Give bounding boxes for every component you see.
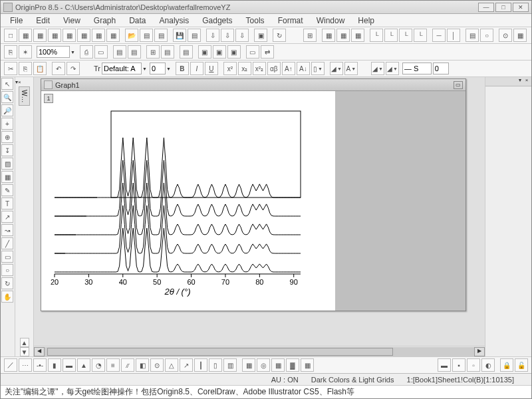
draw-data-tool[interactable]: ✎ — [1, 184, 13, 196]
new-function-button[interactable]: ▦ — [106, 29, 120, 42]
arrow-tool[interactable]: ↗ — [1, 211, 13, 223]
screen-reader-tool[interactable]: + — [1, 118, 13, 130]
script-button[interactable]: ▤ — [128, 45, 141, 59]
add-error-button[interactable]: ▣ — [227, 45, 241, 59]
add-plot-button[interactable]: ▣ — [213, 45, 226, 59]
status-theme[interactable]: Dark Colors & Light Grids — [311, 376, 394, 384]
supersub-button[interactable]: x²₂ — [253, 62, 266, 75]
mask-range-button[interactable]: ▬ — [438, 358, 451, 372]
status-dataset[interactable]: 1:[Book1]Sheet1!Col(B)[1:10135] — [407, 376, 514, 384]
new-workbook-button[interactable]: ▦ — [19, 29, 32, 42]
3d-plot-button[interactable]: ◧ — [136, 358, 149, 372]
xy-scale-button[interactable]: ▦ — [513, 29, 527, 42]
curved-arrow-tool[interactable]: ↝ — [1, 224, 13, 236]
line-pattern-button[interactable]: ◢▼ — [386, 62, 399, 75]
data-reader-tool[interactable]: ⊕ — [1, 131, 13, 143]
fill-pattern-button[interactable]: ◢▼ — [371, 62, 384, 75]
ternary-plot-button[interactable]: △ — [165, 358, 178, 372]
pan-tool[interactable]: ✋ — [1, 291, 13, 303]
duplicate-button[interactable]: ⎘ — [4, 45, 17, 59]
scrollbar-thumb[interactable] — [47, 348, 393, 356]
undo-button[interactable]: ↶ — [52, 62, 65, 75]
right-dock-pin-icon[interactable]: ▾ — [517, 77, 523, 86]
column-plot-button[interactable]: ▮ — [48, 358, 61, 372]
copy-button[interactable]: ⎘ — [19, 62, 32, 75]
add-right-axis-button[interactable]: │ — [447, 29, 460, 42]
menu-help[interactable]: Help — [351, 15, 381, 27]
menu-format[interactable]: Format — [271, 15, 310, 27]
box-plot-button[interactable]: ▯ — [209, 358, 222, 372]
pointer-tool[interactable]: ↖ — [1, 78, 13, 90]
workspace-scrollbar[interactable]: ◀ ▶ — [34, 346, 485, 356]
waterfall-plot-button[interactable]: ⫽ — [121, 358, 134, 372]
print-button[interactable]: ⎙ — [80, 45, 93, 59]
mask-tool[interactable]: ▨ — [1, 158, 13, 170]
polar-plot-button[interactable]: ⊙ — [150, 358, 164, 372]
layout-tool-3[interactable]: └ — [399, 29, 412, 42]
dock-scroll-down[interactable]: ▼ — [20, 347, 29, 356]
dock-scroll-up[interactable]: ▲ — [20, 338, 29, 347]
project-explorer-tab[interactable]: W… — [19, 86, 30, 106]
area-plot-button[interactable]: ▲ — [77, 358, 90, 372]
greek-button[interactable]: αβ — [267, 62, 281, 75]
superscript-button[interactable]: x² — [223, 62, 237, 75]
cut-button[interactable]: ✂ — [4, 62, 17, 75]
merge-button[interactable]: ▦ — [351, 29, 364, 42]
menu-file[interactable]: File — [3, 15, 29, 27]
slideshow-button[interactable]: ▭ — [94, 45, 108, 59]
menu-view[interactable]: View — [57, 15, 87, 27]
menu-tools[interactable]: Tools — [239, 15, 271, 27]
scroll-right-button[interactable]: ▶ — [474, 347, 485, 356]
results-log-button[interactable]: ▤ — [161, 45, 174, 59]
right-dock-close-icon[interactable]: × — [523, 77, 530, 86]
rescale-button[interactable]: ⊞ — [303, 29, 317, 42]
menu-analysis[interactable]: Analysis — [153, 15, 196, 27]
graph-page[interactable]: 1 2030405060708090 2θ / (°) — [41, 91, 334, 311]
open-button[interactable]: 📂 — [125, 29, 138, 42]
fit-page-button[interactable]: ▭ — [246, 45, 259, 59]
line-plot-button[interactable]: ／ — [4, 358, 17, 372]
circle-tool[interactable]: ○ — [1, 264, 13, 276]
codebuilder-button[interactable]: ▤ — [113, 45, 126, 59]
import-multiple-button[interactable]: ⇩ — [235, 29, 249, 42]
text-tool[interactable]: T — [1, 198, 13, 209]
new-graph-button[interactable]: ▦ — [48, 29, 61, 42]
data-selector-tool[interactable]: ↧ — [1, 144, 13, 156]
region-tool[interactable]: ▦ — [1, 171, 13, 183]
import-wizard-button[interactable]: ⇩ — [206, 29, 219, 42]
import-ascii-button[interactable]: ⇩ — [221, 29, 234, 42]
extract-layers-button[interactable]: ▦ — [336, 29, 350, 42]
layout-tool-1[interactable]: └ — [370, 29, 383, 42]
layer-button[interactable]: ▣ — [198, 45, 211, 59]
decrease-font-button[interactable]: A↓ — [297, 62, 310, 75]
contour-plot-button[interactable]: ◎ — [257, 358, 270, 372]
new-matrix-button[interactable]: ▦ — [63, 29, 76, 42]
line-tool[interactable]: ╱ — [1, 237, 13, 249]
refresh-button[interactable]: ✶ — [19, 45, 32, 59]
graph-restore-icon[interactable]: ▭ — [454, 81, 463, 89]
rotate-tool[interactable]: ↻ — [1, 277, 13, 289]
zoom-out-tool[interactable]: 🔎 — [1, 104, 13, 116]
layout-tool-4[interactable]: └ — [414, 29, 427, 42]
stock-plot-button[interactable]: ┃ — [194, 358, 207, 372]
minimize-button[interactable]: — — [478, 3, 494, 12]
menu-gadgets[interactable]: Gadgets — [196, 15, 239, 27]
line-style-input[interactable] — [402, 63, 432, 74]
date-time-button[interactable]: ⊙ — [499, 29, 512, 42]
project-explorer-button[interactable]: ⊞ — [146, 45, 160, 59]
menu-edit[interactable]: Edit — [29, 15, 57, 27]
batch-processing-button[interactable]: ▣ — [254, 29, 267, 42]
line-width-input[interactable] — [433, 63, 449, 74]
dock-close-icon[interactable]: × — [18, 79, 21, 85]
exchange-xy-button[interactable]: ⇄ — [261, 45, 274, 59]
redo-button[interactable]: ↷ — [66, 62, 80, 75]
mask-toggle-button[interactable]: ◐ — [481, 358, 495, 372]
maximize-button[interactable]: □ — [495, 3, 511, 12]
zoom-in-tool[interactable]: 🔍 — [1, 91, 13, 103]
scatter-plot-button[interactable]: ⋯ — [19, 358, 32, 372]
digitizer-button[interactable]: ▤ — [180, 45, 193, 59]
graph-titlebar[interactable]: Graph1 ▭ — [41, 79, 466, 91]
open-template-button[interactable]: ▤ — [140, 29, 153, 42]
line-color-button[interactable]: ◢▼ — [330, 62, 343, 75]
stack-plot-button[interactable]: ≡ — [106, 358, 120, 372]
